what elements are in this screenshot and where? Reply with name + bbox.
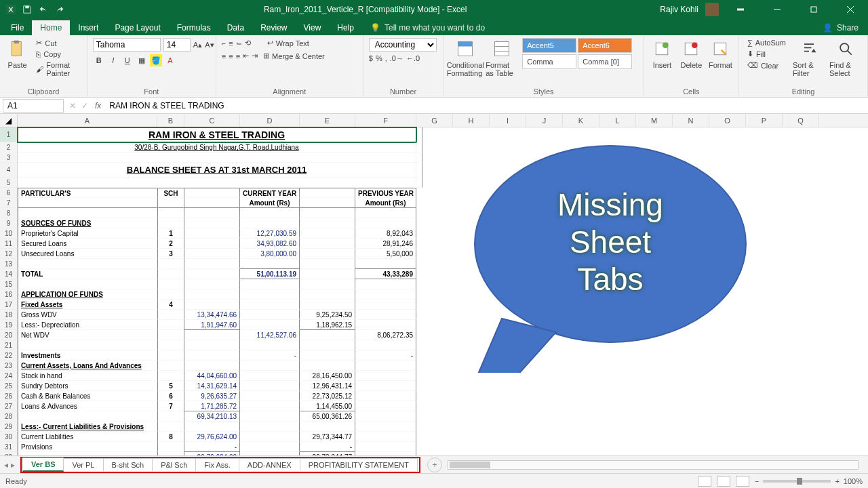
comma-icon[interactable]: ,	[385, 54, 387, 62]
font-size[interactable]	[163, 38, 191, 52]
col-header[interactable]: I	[490, 114, 526, 127]
align-top-icon[interactable]: ⌐	[222, 39, 226, 47]
col-header[interactable]: D	[240, 114, 300, 127]
ribbon-options-icon[interactable]	[726, 0, 755, 19]
zoom-level[interactable]: 100%	[844, 477, 863, 485]
style-accent6[interactable]: Accent6	[578, 38, 632, 53]
col-header[interactable]: O	[709, 114, 746, 127]
tab-page-layout[interactable]: Page Layout	[106, 20, 168, 35]
cells-area[interactable]: RAM IRON & STEEL TRADING 30/28-B, Gurugo…	[18, 127, 422, 455]
sheet-tab[interactable]: ADD-ANNEX	[239, 458, 300, 471]
redo-icon[interactable]	[54, 4, 65, 15]
tab-data[interactable]: Data	[219, 20, 252, 35]
name-box[interactable]	[3, 99, 64, 113]
minimize-button[interactable]	[762, 0, 792, 19]
formula-input[interactable]	[105, 100, 868, 112]
underline-button[interactable]: U	[121, 54, 134, 66]
close-button[interactable]	[835, 0, 865, 19]
font-color-button[interactable]: A	[164, 54, 176, 66]
decrease-decimal-icon[interactable]: ←.0	[406, 54, 420, 62]
tab-insert[interactable]: Insert	[70, 20, 106, 35]
col-header[interactable]: G	[416, 114, 453, 127]
increase-font-icon[interactable]: A▴	[193, 41, 202, 49]
find-select-button[interactable]: Find & Select	[829, 38, 862, 77]
tab-file[interactable]: File	[3, 20, 32, 35]
border-button[interactable]: ▦	[136, 54, 148, 66]
zoom-out-icon[interactable]: −	[755, 477, 759, 485]
conditional-formatting-button[interactable]: Conditional Formatting	[449, 38, 481, 77]
increase-decimal-icon[interactable]: .0→	[390, 54, 403, 62]
col-header[interactable]: K	[563, 114, 599, 127]
view-page-layout-icon[interactable]	[717, 476, 730, 487]
copy-button[interactable]: ⎘Copy	[33, 49, 81, 59]
font-name[interactable]	[93, 38, 161, 52]
enter-icon[interactable]: ✓	[79, 101, 91, 110]
zoom-in-icon[interactable]: +	[835, 477, 839, 485]
fx-icon[interactable]: fx	[91, 101, 105, 110]
paste-button[interactable]: Paste	[5, 38, 29, 69]
italic-button[interactable]: I	[107, 54, 119, 66]
tab-nav-last-icon[interactable]: ▸	[11, 460, 15, 470]
align-bottom-icon[interactable]: ⌙	[236, 39, 242, 47]
new-sheet-button[interactable]: +	[427, 458, 442, 472]
autosum-button[interactable]: ∑AutoSum	[745, 38, 789, 47]
col-header[interactable]: E	[300, 114, 355, 127]
cancel-icon[interactable]: ✕	[66, 101, 79, 110]
view-page-break-icon[interactable]	[736, 476, 749, 487]
sheet-tab[interactable]: Ver BS	[22, 458, 64, 472]
col-header[interactable]: J	[526, 114, 563, 127]
tab-view[interactable]: View	[296, 20, 330, 35]
col-header[interactable]: C	[184, 114, 240, 127]
format-table-button[interactable]: Format as Table	[486, 38, 518, 77]
align-right-icon[interactable]: ≡	[236, 52, 240, 60]
number-format-select[interactable]: Accounting	[369, 38, 437, 52]
sheet-tab[interactable]: Fix Ass.	[195, 458, 239, 471]
delete-cells-button[interactable]: Delete	[679, 38, 704, 69]
tab-formulas[interactable]: Formulas	[169, 20, 219, 35]
sheet-tab[interactable]: P&l Sch	[152, 458, 196, 471]
fill-button[interactable]: ⬇Fill	[745, 49, 789, 59]
cut-button[interactable]: ✂Cut	[33, 38, 81, 48]
zoom-slider[interactable]	[763, 480, 831, 483]
align-left-icon[interactable]: ≡	[222, 52, 226, 60]
save-icon[interactable]	[22, 4, 33, 15]
tell-me[interactable]: 💡Tell me what you want to do	[362, 20, 493, 35]
tab-nav-first-icon[interactable]: ◂	[4, 460, 8, 470]
currency-icon[interactable]: $	[369, 54, 373, 62]
indent-decrease-icon[interactable]: ⇤	[243, 52, 249, 60]
share-button[interactable]: 👤Share	[813, 20, 868, 35]
style-accent5[interactable]: Accent5	[522, 38, 576, 53]
insert-cells-button[interactable]: Insert	[650, 38, 675, 69]
cell-bs-title[interactable]: BALANCE SHEET AS AT 31st MARCH 2011	[18, 163, 416, 178]
wrap-text-button[interactable]: ↩Wrap Text	[264, 38, 312, 48]
col-header[interactable]: N	[673, 114, 709, 127]
style-comma[interactable]: Comma	[522, 54, 576, 69]
fill-color-button[interactable]: 🪣	[150, 54, 162, 66]
sheet-tab[interactable]: Ver PL	[63, 458, 103, 471]
align-center-icon[interactable]: ≡	[229, 52, 233, 60]
clear-button[interactable]: ⌫Clear	[745, 60, 789, 70]
select-all-corner[interactable]: ◢	[0, 114, 18, 127]
col-header[interactable]: A	[18, 114, 157, 127]
indent-increase-icon[interactable]: ⇥	[252, 52, 258, 60]
col-header[interactable]: H	[453, 114, 490, 127]
percent-icon[interactable]: %	[376, 54, 382, 62]
decrease-font-icon[interactable]: A▾	[205, 41, 214, 49]
avatar[interactable]	[705, 3, 719, 16]
col-header[interactable]: Q	[783, 114, 819, 127]
orientation-icon[interactable]: ⟲	[245, 39, 251, 47]
tab-help[interactable]: Help	[329, 20, 362, 35]
view-normal-icon[interactable]	[698, 476, 711, 487]
format-painter-button[interactable]: 🖌Format Painter	[33, 60, 81, 78]
horizontal-scrollbar[interactable]	[448, 460, 859, 470]
col-header[interactable]: L	[599, 114, 636, 127]
align-middle-icon[interactable]: ≡	[229, 39, 233, 47]
user-name[interactable]: Rajiv Kohli	[660, 5, 698, 14]
format-cells-button[interactable]: Format	[708, 38, 733, 69]
tab-home[interactable]: Home	[32, 20, 70, 35]
bold-button[interactable]: B	[93, 54, 105, 66]
col-header[interactable]: M	[636, 114, 673, 127]
undo-icon[interactable]	[38, 4, 49, 15]
col-header[interactable]: F	[355, 114, 416, 127]
cell-address[interactable]: 30/28-B, Gurugobind Singh Nagar,G.T. Roa…	[18, 142, 416, 152]
